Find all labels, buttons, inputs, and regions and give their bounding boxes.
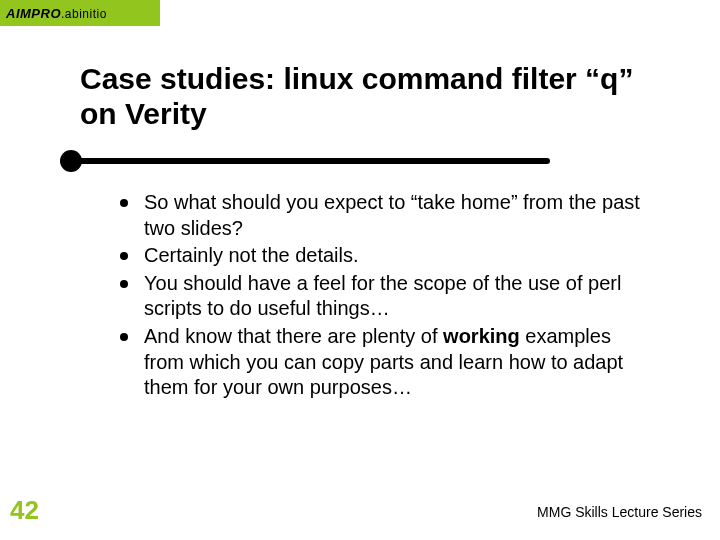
title-block: Case studies: linux command filter “q” o…: [80, 62, 660, 131]
rule-bar: [71, 158, 550, 164]
logo-pro: PRO: [31, 6, 61, 21]
footer-text: MMG Skills Lecture Series: [537, 504, 702, 520]
title-rule: [60, 150, 550, 172]
list-item: So what should you expect to “take home”…: [120, 190, 650, 241]
logo-aim: AIM: [6, 6, 31, 21]
logo-sub: abinitio: [65, 7, 107, 21]
logo-text: AIMPRO.abinitio: [6, 6, 107, 21]
list-item: Certainly not the details.: [120, 243, 650, 269]
logo: AIMPRO.abinitio: [0, 0, 160, 26]
slide: AIMPRO.abinitio Case studies: linux comm…: [0, 0, 720, 540]
slide-title: Case studies: linux command filter “q” o…: [80, 62, 660, 131]
bullet-list: So what should you expect to “take home”…: [120, 190, 650, 403]
list-item: And know that there are plenty of workin…: [120, 324, 650, 401]
list-item: You should have a feel for the scope of …: [120, 271, 650, 322]
page-number: 42: [10, 495, 39, 526]
